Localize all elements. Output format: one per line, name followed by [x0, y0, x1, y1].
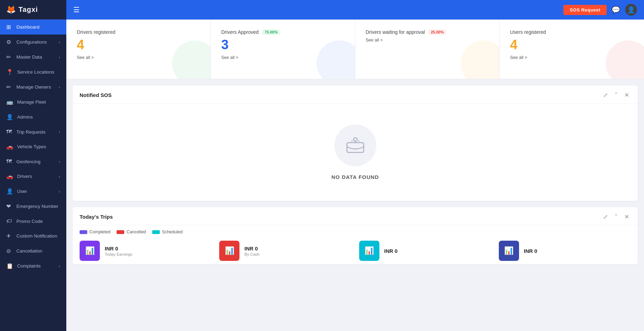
stat-title-drivers-approved: Drivers Approved75.00%: [221, 29, 345, 35]
legend-dot-0: [80, 230, 87, 234]
sidebar-item-trip-requests[interactable]: 🗺 Trip Requests ›: [0, 125, 66, 139]
avatar[interactable]: 👤: [625, 4, 637, 16]
earning-info-earnings-4: INR 0: [524, 248, 537, 254]
sidebar-item-service-locations[interactable]: 📍 Service Locations: [0, 65, 66, 80]
panel-actions: ⤢ ˄ ✕: [601, 91, 631, 99]
sidebar-icon-cancellation: ⊘: [6, 248, 13, 254]
stat-card-drivers-waiting: Drivers waiting for approval25.00% See a…: [355, 20, 500, 79]
earning-info-by-cash: INR 0 By Cash: [244, 246, 259, 256]
sidebar-label-complaints: Complaints: [17, 263, 41, 269]
legend-item-0: Completed: [80, 230, 110, 234]
earning-card-earnings-3: 📊 INR 0: [359, 241, 491, 261]
sidebar-icon-vehicle-types: 🚗: [6, 143, 13, 150]
menu-icon[interactable]: ☰: [73, 6, 80, 14]
earning-card-today-earnings: 📊 INR 0 Today Earnings: [80, 241, 212, 261]
stat-title-drivers-waiting: Drivers waiting for approval25.00%: [366, 29, 489, 35]
sidebar-icon-dashboard: ⊞: [6, 24, 13, 30]
sidebar-logo: 🦊 Tagxi: [0, 0, 66, 20]
earning-icon-today-earnings: 📊: [80, 241, 100, 261]
sidebar-item-vehicle-types[interactable]: 🚗 Vehicle Types: [0, 139, 66, 154]
earning-card-earnings-4: 📊 INR 0: [499, 241, 631, 261]
collapse-button[interactable]: ˄: [613, 91, 619, 99]
earning-info-today-earnings: INR 0 Today Earnings: [105, 246, 132, 256]
earning-label-by-cash: By Cash: [244, 252, 259, 256]
trips-panel-header: Today's Trips ⤢ ˄ ✕: [73, 207, 638, 225]
chevron-icon-drivers: ›: [59, 174, 60, 179]
sidebar-icon-manage-fleet: 🚌: [6, 99, 13, 105]
close-button[interactable]: ✕: [623, 91, 631, 99]
sidebar-label-promo-code: Promo Code: [16, 219, 43, 224]
chevron-icon-trip-requests: ›: [59, 130, 60, 134]
chevron-icon-configurations: ›: [59, 40, 60, 44]
badge-drivers-approved: 75.00%: [262, 29, 280, 35]
sidebar-item-promo-code[interactable]: 🏷 Promo Code: [0, 214, 66, 228]
sidebar-label-drivers: Drivers: [17, 174, 32, 179]
sidebar-item-admins[interactable]: 👤 Admins: [0, 110, 66, 125]
messages-icon[interactable]: 💬: [612, 6, 620, 14]
earning-icon-earnings-4: 📊: [499, 241, 519, 261]
topbar: ☰ SOS Request 💬 👤: [66, 0, 644, 20]
sidebar-item-user[interactable]: 👤 User ›: [0, 184, 66, 199]
legend-dot-2: [152, 230, 160, 234]
sidebar-item-manage-fleet[interactable]: 🚌 Manage Fleet: [0, 95, 66, 110]
earnings-row: 📊 INR 0 Today Earnings 📊 INR 0 By Cash 📊…: [73, 234, 638, 264]
sidebar-label-manage-fleet: Manage Fleet: [17, 99, 46, 105]
chevron-icon-manage-owners: ›: [59, 85, 60, 89]
sidebar-icon-geofencing: 🗺: [6, 158, 13, 165]
sidebar-icon-configurations: ⚙: [6, 39, 13, 45]
earning-info-earnings-3: INR 0: [384, 248, 398, 254]
sidebar-icon-manage-owners: ✏: [6, 84, 13, 90]
legend-label-0: Completed: [89, 230, 110, 234]
sidebar-item-master-data[interactable]: ✏ Master Data ›: [0, 50, 66, 65]
sidebar-icon-custom-notification: ✈: [6, 233, 13, 239]
earning-value-earnings-3: INR 0: [384, 248, 398, 254]
see-all-drivers-approved[interactable]: See all >: [221, 55, 345, 60]
stat-number-drivers-approved: 3: [221, 38, 345, 52]
sos-request-button[interactable]: SOS Request: [563, 5, 607, 15]
stat-title-drivers-registered: Drivers registered: [77, 29, 200, 35]
legend-label-2: Scheduled: [162, 230, 183, 234]
stat-card-users-registered: Users registered 4 See all >: [499, 20, 644, 79]
earning-icon-by-cash: 📊: [219, 241, 239, 261]
sidebar-item-cancellation[interactable]: ⊘ Cancellation: [0, 243, 66, 258]
stat-bg-shape-drivers-waiting: [461, 40, 499, 79]
sidebar-item-custom-notification[interactable]: ✈ Custom Notification: [0, 228, 66, 243]
sidebar-icon-admins: 👤: [6, 114, 13, 120]
logo-icon: 🦊: [6, 5, 16, 14]
sidebar-item-emergency-number[interactable]: ❤ Emergency Number: [0, 199, 66, 214]
sidebar-item-manage-owners[interactable]: ✏ Manage Owners ›: [0, 80, 66, 95]
see-all-drivers-registered[interactable]: See all >: [77, 55, 200, 60]
content-area: Drivers registered 4 See all > Drivers A…: [66, 20, 644, 331]
see-all-drivers-waiting[interactable]: See all >: [366, 38, 489, 43]
sidebar-item-dashboard[interactable]: ⊞ Dashboard: [0, 20, 66, 35]
chevron-icon-complaints: ›: [59, 264, 60, 268]
sidebar-item-configurations[interactable]: ⚙ Configurations ›: [0, 35, 66, 50]
legend-label-1: Cancelled: [126, 230, 146, 234]
earning-card-by-cash: 📊 INR 0 By Cash: [219, 241, 351, 261]
stat-number-drivers-registered: 4: [77, 38, 200, 52]
notified-sos-header: Notified SOS ⤢ ˄ ✕: [73, 85, 638, 104]
trips-close-button[interactable]: ✕: [623, 213, 631, 221]
trips-panel-title: Today's Trips: [80, 214, 601, 220]
todays-trips-panel: Today's Trips ⤢ ˄ ✕ Completed Cancelled …: [73, 207, 638, 264]
no-data-container: NO DATA FOUND: [73, 104, 638, 201]
sidebar-label-master-data: Master Data: [16, 54, 42, 60]
sidebar-item-drivers[interactable]: 🚗 Drivers ›: [0, 169, 66, 184]
sidebar-icon-drivers: 🚗: [6, 173, 13, 180]
no-data-icon: [334, 125, 376, 166]
expand-button[interactable]: ⤢: [601, 91, 609, 99]
sidebar-item-complaints[interactable]: 📋 Complaints ›: [0, 258, 66, 273]
see-all-users-registered[interactable]: See all >: [510, 55, 634, 60]
sidebar-label-vehicle-types: Vehicle Types: [17, 144, 46, 149]
legend-item-2: Scheduled: [152, 230, 183, 234]
stat-number-users-registered: 4: [510, 38, 634, 52]
earning-value-earnings-4: INR 0: [524, 248, 537, 254]
stat-card-drivers-registered: Drivers registered 4 See all >: [66, 20, 211, 79]
trips-collapse-button[interactable]: ˄: [613, 213, 619, 221]
badge-drivers-waiting: 25.00%: [428, 29, 446, 35]
sidebar-item-geofencing[interactable]: 🗺 Geofencing ›: [0, 154, 66, 169]
logo-text: Tagxi: [18, 6, 38, 14]
sidebar-label-cancellation: Cancellation: [16, 248, 42, 254]
sidebar-label-user: User: [17, 189, 27, 194]
trips-expand-button[interactable]: ⤢: [601, 213, 609, 221]
